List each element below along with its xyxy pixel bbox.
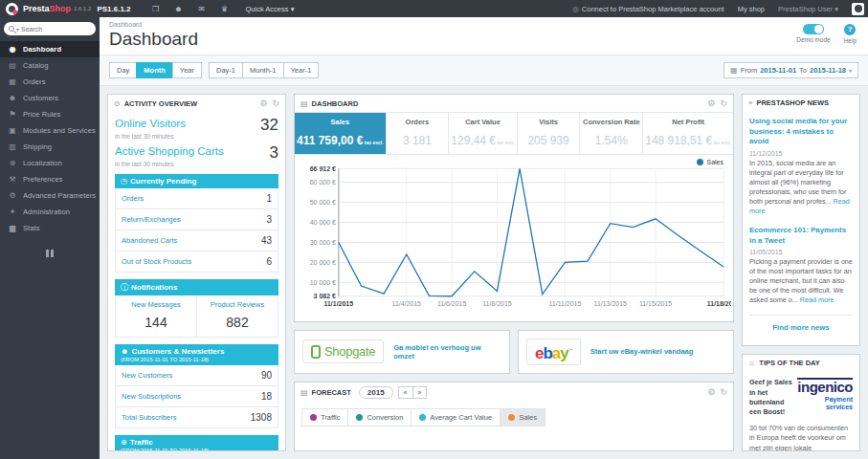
legend-label: Sales [519,413,537,422]
help-icon[interactable]: ? [844,24,856,35]
user-avatar[interactable] [852,3,864,15]
kpi-tab-sales[interactable]: Sales411 759,00 € tax excl. [295,113,387,154]
forecast-legend-traffic[interactable]: Traffic [301,408,348,426]
ebay-promo-panel: ebay™ Start uw eBay-winkel vandaag [518,330,734,374]
messages-icon[interactable]: ✉ [190,5,213,13]
ebay-logo[interactable]: ebay™ [526,339,581,365]
range-button-day-1[interactable]: Day-1 [209,62,243,78]
svg-text:3 082 €: 3 082 € [314,293,336,299]
activity-refresh-icon[interactable]: ↻ [272,98,279,108]
my-shop-link[interactable]: My shop [738,5,765,13]
cart-icon[interactable]: ❒ [145,5,167,13]
traffic-header: ⊕Traffic (FROM 2015-11-01 TO 2015-11-18) [115,435,278,451]
dashboard-refresh-icon[interactable]: ↻ [720,98,727,108]
dashboard-panel: ▤ DASHBOARD ⚙ ↻ Sales411 759,00 € tax ex… [294,94,734,322]
forecast-prev-button[interactable]: « [398,386,413,399]
kpi-tab-visits[interactable]: Visits205 939 [518,113,581,154]
sidebar-item-orders[interactable]: ▦Orders [0,74,100,90]
range-button-month-1[interactable]: Month-1 [242,62,284,78]
shop-name-link[interactable]: PS1.6.1.2 [97,5,130,13]
active-carts-link[interactable]: Active Shopping Carts [115,145,270,157]
quick-access-menu[interactable]: Quick Access ▾ [246,5,295,13]
pending-row[interactable]: Out of Stock Products6 [116,251,278,272]
search-input[interactable] [21,26,91,33]
range-button-day[interactable]: Day [109,62,137,78]
sidebar-item-localization[interactable]: ⊕Localization [0,155,100,171]
svg-text:11/18/2015: 11/18/2015 [707,300,731,307]
date-range-button[interactable]: ▦ From 2015-11-01 To 2015-11-18 ▾ [723,62,858,78]
page-header: Dashboard Dashboard Demo mode ? Help [100,17,868,55]
sidebar-item-catalog[interactable]: ▤Catalog [0,57,100,74]
kpi-tab-orders[interactable]: Orders3 181 [387,113,450,154]
customers-row[interactable]: Total Subscribers1308 [116,407,278,427]
pending-row[interactable]: Orders1 [116,188,278,209]
breadcrumb[interactable]: Dashboard [109,21,857,28]
shopgate-link[interactable]: Ga mobiel en verhoog uw omzet [393,343,501,361]
tips-of-the-day-panel: ☼ TIPS OF THE DAY Geef je Sales in het b… [742,354,860,451]
read-more-link[interactable]: Read more [749,197,850,215]
customers-row[interactable]: New Subscriptions18 [116,386,278,407]
sidebar-item-modules-and-services[interactable]: ▣Modules and Services [0,122,100,139]
customers-row[interactable]: New Customers90 [116,365,278,386]
user-menu[interactable]: PrestaShop User ▾ [778,5,838,13]
forecast-legend-average-cart-value[interactable]: Average Cart Value [411,408,501,426]
notification-cell-product-reviews[interactable]: Product Reviews882 [196,295,278,337]
forecast-refresh-icon[interactable]: ↻ [720,387,727,397]
kpi-tab-cart-value[interactable]: Cart Value129,44 € tax excl. [449,113,517,154]
forecast-panel: ▤ FORECAST 2015 « » ⚙ ↻ [294,382,734,451]
forecast-legend-conversion[interactable]: Conversion [347,408,412,426]
sidebar-item-customers[interactable]: ☻Customers [0,90,100,106]
customers-icon: ☻ [121,347,128,356]
activity-settings-icon[interactable]: ⚙ [259,98,267,108]
sidebar-item-price-rules[interactable]: ⚑Price Rules [0,106,100,122]
forecast-next-button[interactable]: » [412,386,428,399]
sidebar-item-label: Catalog [23,61,49,70]
shopgate-logo[interactable]: Shopgate [302,339,384,363]
collapse-menu-button[interactable] [46,250,54,257]
sidebar-item-advanced-parameters[interactable]: ⚙Advanced Parameters [0,187,100,204]
forecast-legend: TrafficConversionAverage Cart ValueSales [295,403,733,432]
sidebar-search[interactable]: ▾ [4,22,96,35]
marketplace-icon: ◎ [572,5,579,13]
marketplace-link[interactable]: ◎Connect to PrestaShop Marketplace accou… [572,5,723,13]
forecast-legend-sales[interactable]: Sales [500,408,545,426]
range-button-year-1[interactable]: Year-1 [283,62,320,78]
traffic-icon: ⊕ [121,438,127,447]
news-article-title[interactable]: Ecommerce 101: Payments in a Tweet [749,226,853,246]
customers-quick-icon[interactable]: ☻ [167,5,190,13]
find-more-news-link[interactable]: Find more news [749,323,853,339]
demo-mode-toggle[interactable] [803,24,824,34]
shopgate-phone-icon [311,345,321,359]
shopgate-logo-text: Shopgate [324,344,375,359]
range-button-year[interactable]: Year [172,62,202,78]
ebay-link[interactable]: Start uw eBay-winkel vandaag [590,347,694,356]
kpi-label: Cart Value [451,118,514,126]
legend-label: Traffic [321,413,340,422]
legend-label: Average Cart Value [430,413,492,422]
notification-cell-new-messages[interactable]: New Messages144 [116,295,196,337]
sidebar-item-shipping[interactable]: ▥Shipping [0,139,100,155]
pending-label: Out of Stock Products [122,257,266,266]
forecast-settings-icon[interactable]: ⚙ [707,387,715,397]
kpi-tab-net-profit[interactable]: Net Profit148 918,51 € tax excl. [643,113,733,154]
pending-row[interactable]: Abandoned Carts43 [116,230,278,251]
customers-value: 90 [261,370,272,381]
dashboard-settings-icon[interactable]: ⚙ [707,98,715,108]
sidebar-item-administration[interactable]: ✦Administration [0,204,100,220]
sidebar-item-stats[interactable]: ▆Stats [0,220,100,236]
chart-legend[interactable]: Sales [697,159,723,165]
sidebar-item-dashboard[interactable]: ◉Dashboard [0,41,100,57]
notifications-icon: ⓘ [121,283,128,292]
kpi-suffix: tax excl. [496,140,515,145]
pending-row[interactable]: Return/Exchanges3 [116,209,278,230]
kpi-tab-conversion-rate[interactable]: Conversion Rate1.54% [580,113,643,154]
news-article-title[interactable]: Using social media for your business: 4 … [749,117,853,147]
online-visitors-link[interactable]: Online Visitors [115,118,260,129]
read-more-link[interactable]: Read more [800,295,835,304]
range-button-month[interactable]: Month [136,62,173,78]
sidebar-item-preferences[interactable]: ⚒Preferences [0,171,100,187]
search-scope-caret-icon[interactable]: ▾ [16,26,19,33]
trophy-icon[interactable]: ♛ [213,5,236,13]
forecast-year: 2015 [359,386,393,399]
customers-label: New Subscriptions [122,392,261,401]
